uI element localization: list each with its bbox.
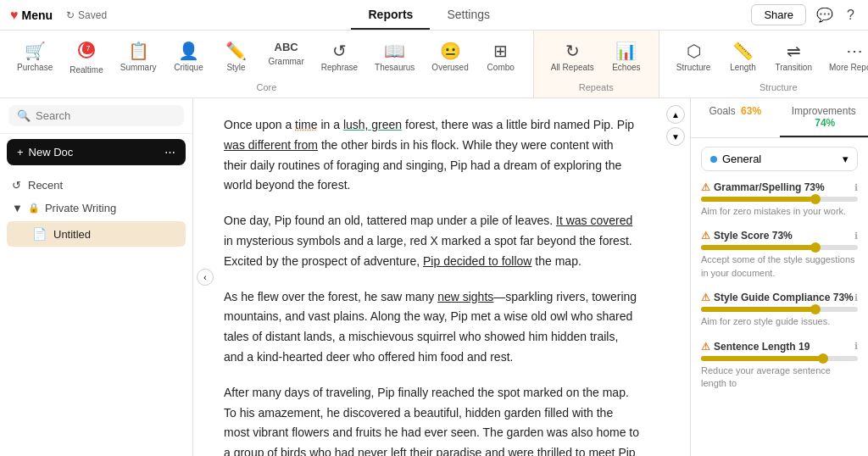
sidebar-item-recent[interactable]: ↺ Recent	[0, 174, 192, 197]
metric-style: ⚠ Style Score 73% ℹ Accept some of the s…	[701, 230, 858, 280]
tool-all-repeats[interactable]: ↻ All Repeats	[544, 37, 601, 75]
style-guide-desc: Aim for zero style guide issues.	[701, 315, 858, 328]
improvements-label: Improvements	[792, 105, 856, 117]
tool-style[interactable]: ✏️ Style	[214, 37, 259, 75]
critique-icon: 👤	[178, 41, 199, 61]
goals-score: 63%	[741, 105, 761, 117]
editor-content: Once upon a time in a lush, green forest…	[224, 115, 639, 456]
sentence-length-desc: Reduce your average sentence length to	[701, 364, 858, 391]
info-icon-style-guide[interactable]: ℹ	[854, 292, 858, 303]
improvements-score: 74%	[815, 117, 835, 129]
tab-reports[interactable]: Reports	[351, 1, 430, 30]
thesaurus-label: Thesaurus	[375, 63, 415, 72]
saved-indicator: ↻ Saved	[66, 9, 107, 21]
tool-critique[interactable]: 👤 Critique	[167, 37, 211, 75]
echoes-label: Echoes	[612, 63, 640, 72]
sidebar-file-untitled[interactable]: 📄 Untitled	[7, 221, 186, 247]
tool-length[interactable]: 📏 Length	[721, 37, 765, 75]
highlight-was-different: was different from	[224, 138, 318, 152]
tab-improvements[interactable]: Improvements 74%	[780, 98, 869, 137]
ellipsis-icon[interactable]: ⋯	[164, 146, 175, 158]
tool-transition[interactable]: ⇌ Transition	[768, 37, 819, 75]
style-guide-bar-bg	[701, 307, 858, 312]
general-label: General	[722, 153, 761, 165]
editor-area[interactable]: Once upon a time in a lush, green forest…	[193, 98, 690, 456]
highlight-pip-decided: Pip decided to follow	[423, 254, 531, 268]
highlight-time: time	[295, 118, 317, 131]
tool-realtime[interactable]: 7 Realtime	[63, 37, 109, 78]
general-dropdown[interactable]: General ▾	[701, 147, 858, 171]
structure-icon: ⬡	[687, 41, 701, 61]
toolbar: 🛒 Purchase 7 Realtime 📋 Summary 👤 Critiq…	[0, 31, 868, 98]
menu-button[interactable]: ♥ Menu	[10, 8, 53, 23]
style-guide-bar-dot	[810, 304, 821, 314]
tool-summary[interactable]: 📋 Summary	[114, 37, 164, 75]
tool-structure[interactable]: ⬡ Structure	[670, 37, 718, 75]
more-reports-icon: ⋯	[846, 41, 863, 61]
grammar-icon: ABC	[275, 41, 298, 53]
scroll-down-button[interactable]: ▼	[666, 127, 685, 146]
tab-goals[interactable]: Goals 63%	[691, 98, 780, 137]
search-input[interactable]	[36, 109, 175, 122]
recent-icon: ↺	[12, 179, 21, 192]
sidebar-group-private: ▼ 🔒 Private Writing 📄 Untitled	[0, 197, 192, 247]
new-doc-label: New Doc	[29, 146, 74, 158]
transition-icon: ⇌	[787, 41, 801, 61]
sidebar: 🔍 + New Doc ⋯ ↺ Recent ▼ 🔒 Private Writi…	[0, 98, 193, 456]
goals-label: Goals	[709, 105, 735, 117]
main-layout: 🔍 + New Doc ⋯ ↺ Recent ▼ 🔒 Private Writi…	[0, 98, 868, 456]
file-icon: 📄	[32, 227, 47, 241]
tool-rephrase[interactable]: ↺ Rephrase	[314, 37, 364, 75]
share-button[interactable]: Share	[751, 4, 806, 25]
collapse-sidebar-button[interactable]: ‹	[197, 269, 214, 286]
rephrase-icon: ↺	[332, 41, 347, 61]
right-panel: Goals 63% Improvements 74% General ▾	[690, 98, 868, 456]
help-button[interactable]: ?	[843, 4, 858, 26]
highlight-were-thrilled: were thrilled	[508, 446, 571, 456]
highlight-new-sights: new sights	[437, 290, 493, 303]
tool-purchase[interactable]: 🛒 Purchase	[10, 37, 59, 75]
toolbar-structure-section: ⬡ Structure 📏 Length ⇌ Transition ⋯ More…	[659, 31, 868, 97]
saved-label: Saved	[78, 9, 107, 21]
menu-label: Menu	[22, 8, 53, 22]
sidebar-group-private-header[interactable]: ▼ 🔒 Private Writing	[0, 197, 192, 220]
chevron-down-icon: ▾	[843, 153, 849, 165]
highlight-it-was-covered: It was covered	[556, 214, 632, 227]
critique-label: Critique	[174, 63, 203, 72]
metric-sentence-length: ⚠ Sentence Length 19 ℹ Reduce your avera…	[701, 341, 858, 391]
tool-grammar[interactable]: ABC Grammar	[262, 37, 311, 70]
realtime-badge: 7	[82, 42, 94, 54]
tool-thesaurus[interactable]: 📖 Thesaurus	[368, 37, 421, 75]
recent-label: Recent	[28, 179, 63, 192]
tool-more-reports[interactable]: ⋯ More Reports	[822, 37, 868, 75]
lock-icon: 🔒	[28, 203, 40, 214]
grammar-bar-bg	[701, 197, 858, 202]
style-bar-fill	[701, 245, 815, 250]
length-label: Length	[730, 63, 756, 72]
style-guide-metric-title: Style Guide Compliance 73%	[714, 292, 854, 303]
realtime-label: Realtime	[70, 65, 103, 75]
warning-icon-style-guide: ⚠	[701, 292, 710, 303]
summary-icon: 📋	[128, 41, 149, 61]
info-icon-style[interactable]: ℹ	[854, 231, 858, 242]
search-icon: 🔍	[17, 109, 31, 122]
warning-icon-grammar: ⚠	[701, 181, 710, 193]
grammar-bar-fill	[701, 197, 815, 202]
info-icon-grammar[interactable]: ℹ	[854, 182, 858, 193]
scroll-up-button[interactable]: ▲	[666, 105, 685, 124]
tool-overused[interactable]: 😐 Overused	[425, 37, 475, 75]
cloud-icon: ↻	[66, 9, 75, 21]
tool-echoes[interactable]: 📊 Echoes	[604, 37, 648, 75]
comment-button[interactable]: 💬	[813, 3, 837, 26]
tab-settings[interactable]: Settings	[430, 1, 507, 30]
style-label: Style	[226, 63, 245, 72]
paragraph-1: Once upon a time in a lush, green forest…	[224, 115, 639, 196]
search-box[interactable]: 🔍	[8, 105, 184, 126]
info-icon-sentence[interactable]: ℹ	[854, 341, 858, 352]
new-doc-button[interactable]: + New Doc ⋯	[7, 139, 186, 165]
sidebar-section: ↺ Recent ▼ 🔒 Private Writing 📄 Untitled	[0, 170, 192, 252]
grammar-desc: Aim for zero mistakes in your work.	[701, 205, 858, 218]
tool-combo[interactable]: ⊞ Combo	[479, 37, 523, 75]
untitled-label: Untitled	[53, 228, 91, 241]
highlight-lush-green: lush, green	[343, 118, 402, 131]
